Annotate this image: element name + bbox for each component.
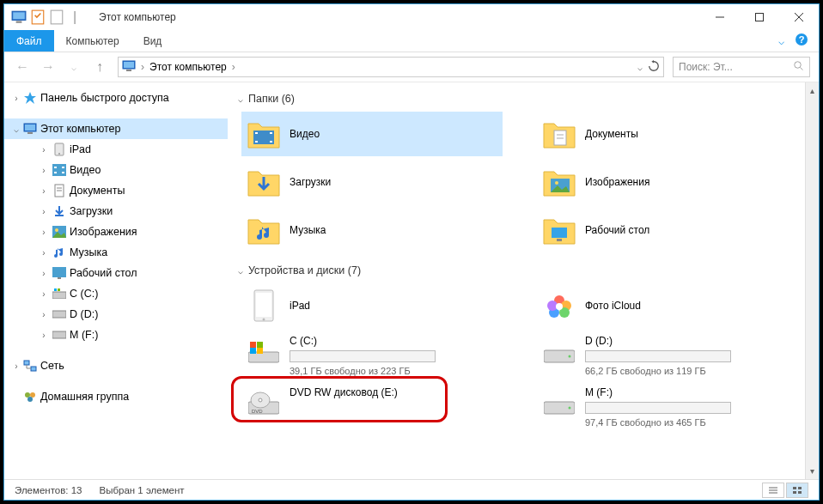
sidebar-this-pc[interactable]: ⌵ Этот компьютер [4, 118, 228, 139]
sidebar-item-drive-d[interactable]: › D (D:) [4, 304, 228, 325]
drive-icon [52, 328, 66, 342]
folder-downloads[interactable]: Загрузки [241, 160, 503, 204]
folder-desktop[interactable]: Рабочий стол [537, 208, 798, 252]
new-folder-icon[interactable] [49, 9, 64, 25]
folder-documents[interactable]: Документы [537, 112, 798, 156]
view-tiles-button[interactable] [786, 483, 808, 498]
sidebar-item-pictures[interactable]: › Изображения [4, 222, 228, 242]
maximize-button[interactable] [740, 4, 779, 30]
folder-pictures[interactable]: Изображения [537, 160, 798, 204]
forward-button[interactable]: → [39, 58, 58, 76]
close-button[interactable] [779, 4, 819, 30]
chevron-down-icon[interactable]: ⌵ [11, 124, 21, 134]
history-dropdown-icon[interactable]: ⌵ [637, 63, 643, 72]
search-input[interactable]: Поиск: Эт... [673, 57, 810, 77]
sidebar-item-drive-c[interactable]: › C (C:) [4, 283, 228, 304]
svg-point-41 [25, 392, 30, 398]
desktop-icon [52, 266, 66, 280]
svg-rect-35 [54, 288, 57, 291]
svg-rect-47 [270, 132, 272, 134]
sidebar-item-documents[interactable]: › Документы [4, 180, 228, 201]
sidebar-item-ipad[interactable]: › iPad [4, 139, 228, 160]
nav-pane: › Панель быстрого доступа ⌵ Этот компьют… [4, 82, 228, 479]
chevron-right-icon[interactable]: › [39, 289, 49, 299]
sidebar-network[interactable]: › Сеть [4, 355, 228, 376]
chevron-right-icon[interactable]: › [39, 331, 49, 340]
chevron-right-icon[interactable]: › [39, 145, 49, 155]
up-button[interactable]: ↑ [90, 58, 109, 76]
search-placeholder: Поиск: Эт... [679, 61, 733, 73]
desktop-folder-icon [542, 213, 576, 247]
tab-view[interactable]: Вид [131, 30, 174, 52]
tile-label: Фото iCloud [585, 300, 641, 312]
svg-rect-23 [54, 172, 57, 173]
sidebar-quick-access[interactable]: › Панель быстрого доступа [4, 88, 228, 108]
back-button[interactable]: ← [13, 58, 32, 76]
svg-rect-66 [250, 342, 256, 348]
minimize-button[interactable] [700, 4, 740, 30]
ribbon-expand-icon[interactable]: ⌵ [778, 35, 784, 47]
chevron-right-icon[interactable]: › [139, 61, 146, 73]
hdd-drive-icon [542, 386, 576, 421]
video-icon [52, 163, 66, 177]
sidebar-homegroup[interactable]: Домашняя группа [4, 386, 228, 407]
drive-f[interactable]: M (F:) 97,4 ГБ свободно из 465 ГБ [537, 383, 798, 431]
sidebar-item-label: M (F:) [70, 329, 98, 341]
drive-d[interactable]: D (D:) 66,2 ГБ свободно из 119 ГБ [537, 331, 798, 380]
chevron-right-icon[interactable]: › [11, 361, 21, 371]
scrollbar-vertical[interactable]: ▴ ▾ [805, 82, 819, 479]
properties-icon[interactable] [30, 9, 46, 25]
svg-rect-82 [798, 487, 802, 489]
chevron-right-icon[interactable]: › [39, 269, 49, 278]
devices-group-header[interactable]: ⌵ Устройства и диски (7) [235, 261, 798, 283]
sidebar-item-desktop[interactable]: › Рабочий стол [4, 263, 228, 283]
sidebar-item-music[interactable]: › Музыка [4, 242, 228, 263]
device-ipad[interactable]: iPad [241, 283, 503, 328]
svg-point-71 [569, 355, 571, 358]
chevron-right-icon[interactable]: › [39, 228, 49, 237]
device-icloud-photo[interactable]: Фото iCloud [537, 283, 798, 328]
sidebar-item-drive-f[interactable]: › M (F:) [4, 325, 228, 345]
chevron-down-icon[interactable]: ⌵ [238, 266, 243, 276]
tab-computer[interactable]: Компьютер [54, 30, 131, 52]
sidebar-item-label: Сеть [40, 360, 64, 372]
chevron-right-icon[interactable]: › [39, 207, 49, 216]
sidebar-item-downloads[interactable]: › Загрузки [4, 201, 228, 222]
chevron-right-icon[interactable]: › [230, 61, 237, 73]
breadcrumb-this-pc[interactable]: Этот компьютер [149, 61, 227, 73]
svg-rect-55 [557, 239, 562, 241]
sidebar-item-label: Домашняя группа [40, 391, 129, 403]
drive-dvd[interactable]: DVD DVD RW дисковод (E:) [241, 383, 503, 431]
folders-group-header[interactable]: ⌵ Папки (6) [235, 89, 798, 112]
scroll-up-icon[interactable]: ▴ [810, 86, 814, 95]
devices-grid: iPad Фото iCloud C (C:) 39,1 ГБ свободно… [241, 283, 798, 431]
view-details-button[interactable] [762, 483, 784, 498]
chevron-right-icon[interactable]: › [39, 186, 49, 196]
sidebar-item-videos[interactable]: › Видео [4, 160, 228, 180]
chevron-right-icon[interactable]: › [39, 248, 49, 258]
scroll-down-icon[interactable]: ▾ [810, 466, 814, 476]
chevron-right-icon[interactable]: › [39, 310, 49, 319]
svg-point-74 [259, 398, 262, 402]
windows-drive-icon [247, 335, 281, 369]
folder-videos[interactable]: Видео [241, 112, 503, 156]
titlebar: | Этот компьютер [4, 4, 819, 30]
refresh-icon[interactable] [648, 60, 660, 75]
recent-dropdown[interactable]: ⌵ [64, 58, 83, 76]
svg-rect-13 [126, 70, 131, 71]
svg-rect-69 [257, 348, 263, 354]
window-title: Этот компьютер [99, 11, 176, 23]
picture-icon [52, 225, 66, 239]
drive-c[interactable]: C (C:) 39,1 ГБ свободно из 223 ГБ [241, 331, 503, 380]
search-icon [794, 61, 804, 74]
address-bar[interactable]: › Этот компьютер › ⌵ [118, 57, 664, 77]
svg-text:DVD: DVD [252, 409, 263, 414]
chevron-right-icon[interactable]: › [39, 166, 49, 175]
tab-file[interactable]: Файл [4, 30, 54, 52]
chevron-right-icon[interactable]: › [11, 94, 21, 103]
chevron-down-icon[interactable]: ⌵ [238, 94, 243, 104]
tile-label: Рабочий стол [585, 224, 649, 236]
dvd-drive-icon: DVD [247, 386, 281, 421]
help-icon[interactable]: ? [795, 33, 808, 49]
folder-music[interactable]: Музыка [241, 208, 503, 252]
